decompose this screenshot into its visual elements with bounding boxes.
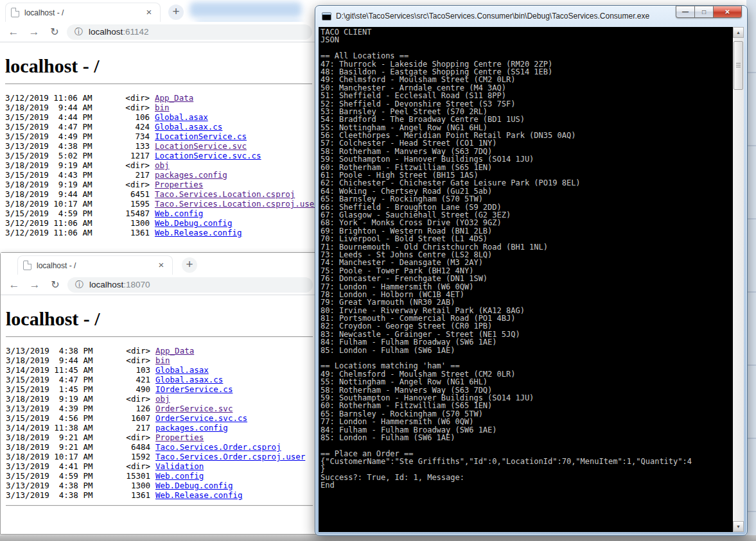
file-link[interactable]: App_Data (155, 93, 193, 103)
new-tab-button[interactable]: + (168, 4, 184, 20)
file-row: 3/15/2019 4:47 PM424Global.asax.cs (5, 122, 312, 132)
file-link[interactable]: Web.Debug.config (155, 481, 233, 490)
file-listing: 3/12/2019 11:06 AM<dir>App_Data3/18/2019… (5, 93, 312, 237)
file-link[interactable]: ILocationService.cs (155, 132, 247, 141)
file-link[interactable]: Properties (155, 180, 203, 189)
page-info-icon[interactable]: ⓘ (75, 26, 83, 38)
file-row: 3/13/2019 4:38 PM<dir>App_Data (6, 346, 313, 356)
file-date: 3/18/2019 9:21 AM (6, 433, 99, 442)
tab-close-icon[interactable]: × (155, 260, 167, 271)
console-icon (322, 12, 331, 21)
redacted-blur (189, 2, 302, 17)
console-line: 57: Colchester - Head Street (CO1 1NY) (321, 139, 733, 147)
console-line: == All Locations == (321, 52, 733, 60)
file-link[interactable]: obj (155, 394, 170, 404)
console-client-area: TACO CLIENTJSON == All Locations ==47: T… (319, 27, 744, 532)
file-size: 133 (98, 141, 150, 151)
divider (5, 83, 312, 85)
back-button[interactable]: ← (6, 277, 22, 293)
tab-close-icon[interactable]: × (143, 7, 155, 19)
file-date: 3/18/2019 9:44 AM (5, 189, 98, 199)
console-line: 59: Southampton - Hanover Buildings (SO1… (321, 155, 733, 163)
new-tab-button[interactable]: + (182, 257, 197, 273)
file-date: 3/13/2019 4:38 PM (6, 490, 99, 500)
file-link[interactable]: Taco.Services.Location.csproj (155, 189, 295, 199)
console-line: 82: Croydon - George Street (CR0 1PB) (321, 322, 733, 330)
file-link[interactable]: Validation (155, 461, 204, 471)
file-link[interactable]: Global.asax (155, 365, 209, 375)
file-size: 734 (98, 132, 150, 141)
file-link[interactable]: Properties (155, 433, 204, 442)
url-text: localhost:61142 (89, 27, 149, 37)
maximize-button[interactable]: □ (694, 6, 713, 18)
file-link[interactable]: OrderService.svc.cs (155, 413, 247, 423)
reload-button[interactable]: ↻ (47, 277, 64, 293)
file-link[interactable]: packages.config (155, 423, 228, 433)
tab-localhost[interactable]: localhost - / × (17, 255, 173, 275)
file-link[interactable]: Taco.Services.Order.csproj (155, 442, 281, 452)
file-link[interactable]: Web.config (155, 471, 204, 481)
file-link[interactable]: App_Data (155, 346, 194, 356)
address-bar[interactable]: ⓘ localhost:61142 (67, 24, 312, 40)
file-link[interactable]: Taco.Services.Location.csproj.user (155, 199, 319, 209)
scroll-down-icon[interactable]: ▼ (733, 521, 744, 532)
console-line: 62: Chichester - Chichester Gate Leisure… (321, 179, 733, 187)
minimize-button[interactable]: — (676, 6, 694, 18)
file-link[interactable]: obj (155, 160, 170, 170)
file-date: 3/18/2019 9:19 AM (6, 394, 99, 404)
file-link[interactable]: bin (155, 103, 170, 112)
file-link[interactable]: IOrderService.cs (155, 384, 233, 394)
file-date: 3/13/2019 4:39 PM (6, 404, 99, 413)
file-link[interactable]: Web.config (155, 209, 203, 218)
file-size: <dir> (99, 346, 150, 356)
file-link[interactable]: packages.config (155, 170, 227, 180)
file-link[interactable]: OrderService.svc (155, 404, 233, 413)
browser-window-location-service: localhost - / × + ← → ↻ ⓘ localhost:6114… (0, 0, 317, 252)
file-row: 3/15/2019 4:56 PM1607OrderService.svc.cs (6, 413, 313, 423)
console-line: 85: London - Fulham (SW6 1AE) (321, 347, 733, 354)
file-link[interactable]: Global.asax (155, 112, 208, 122)
file-size: 1361 (99, 490, 150, 500)
desktop: { "icons": { "back": "←", "forward": "→"… (0, 0, 756, 541)
file-link[interactable]: Web.Debug.config (155, 218, 232, 228)
console-titlebar[interactable]: D:\git\ste\TacoServices\src\TacoServices… (315, 6, 747, 26)
close-button[interactable]: ✕ (713, 6, 742, 18)
console-line: 51: Sheffield - Ecclesall Road (S11 8PP) (321, 92, 733, 99)
forward-button[interactable]: → (26, 24, 42, 40)
forward-button[interactable]: → (26, 277, 43, 293)
file-date: 3/15/2019 1:45 PM (6, 384, 99, 394)
file-size: <dir> (99, 433, 150, 442)
file-link[interactable]: Global.asax.cs (155, 375, 223, 384)
file-date: 3/18/2019 9:21 AM (6, 442, 99, 452)
console-line: JSON (321, 36, 733, 44)
tab-localhost[interactable]: localhost - / × (5, 3, 161, 22)
file-row: 3/13/2019 4:41 PM<dir>Validation (6, 461, 313, 471)
file-date: 3/15/2019 4:56 PM (6, 413, 99, 423)
file-row: 3/15/2019 5:02 PM1217LocationService.svc… (5, 151, 312, 160)
console-window-taco-client: D:\git\ste\TacoServices\src\TacoServices… (315, 5, 748, 536)
scroll-up-icon[interactable]: ▲ (733, 27, 744, 38)
page-favicon-icon (23, 261, 31, 270)
file-size: 6484 (99, 442, 150, 452)
file-size: <dir> (98, 180, 150, 189)
file-row: 3/15/2019 4:43 PM217packages.config (5, 170, 312, 180)
file-date: 3/13/2019 4:38 PM (5, 141, 98, 151)
scrollbar-thumb[interactable] (734, 41, 743, 90)
file-link[interactable]: bin (155, 356, 170, 365)
file-link[interactable]: Taco.Services.Order.csproj.user (155, 452, 305, 461)
file-link[interactable]: LocationService.svc.cs (155, 151, 261, 160)
reload-button[interactable]: ↻ (46, 24, 63, 40)
file-link[interactable]: Web.Release.config (155, 228, 242, 237)
console-scrollbar[interactable]: ▲ ▼ (733, 27, 744, 532)
file-listing: 3/13/2019 4:38 PM<dir>App_Data3/18/2019 … (6, 346, 313, 500)
file-link[interactable]: LocationService.svc (155, 141, 247, 151)
page-info-icon[interactable]: ⓘ (75, 279, 84, 291)
back-button[interactable]: ← (5, 24, 22, 40)
console-line: 60: Rotherham - Fitzwilliam (S65 1EN) (321, 402, 733, 409)
file-row: 3/18/2019 9:44 AM<dir>bin (6, 356, 313, 365)
file-link[interactable]: Web.Release.config (155, 490, 242, 500)
file-date: 3/15/2019 4:49 PM (5, 132, 98, 141)
file-link[interactable]: Global.asax.cs (155, 122, 222, 132)
divider (6, 336, 313, 338)
address-bar[interactable]: ⓘ localhost:18070 (67, 277, 313, 293)
